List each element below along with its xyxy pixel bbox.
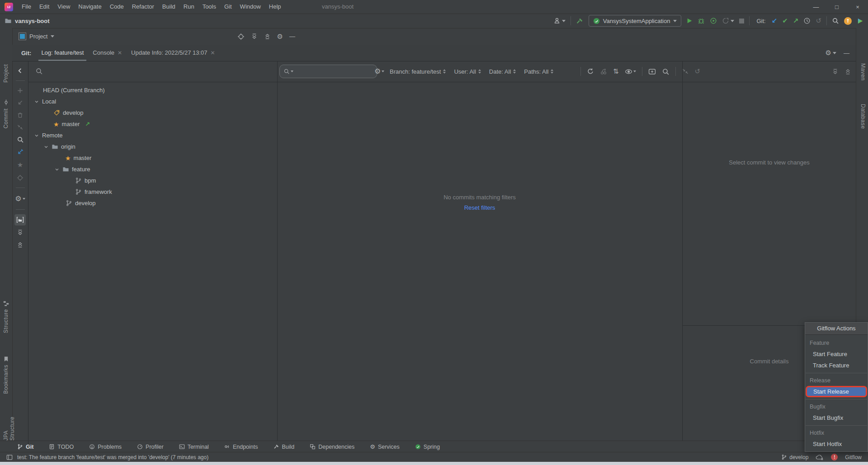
panel-divider[interactable] (277, 61, 278, 441)
expand-all-icon[interactable] (832, 68, 839, 75)
branch-settings-button[interactable]: ⚙ (15, 194, 25, 203)
project-name[interactable]: vansys-boot (15, 18, 50, 24)
close-tab-icon[interactable]: ✕ (118, 45, 122, 61)
show-branches-toggle[interactable] (14, 214, 26, 225)
menu-git[interactable]: Git (220, 0, 236, 14)
coverage-button[interactable] (722, 17, 734, 24)
stripe-bookmarks[interactable]: Bookmarks (3, 365, 9, 394)
menu-window[interactable]: Window (236, 0, 265, 14)
edit-navigate-icon[interactable] (17, 149, 24, 155)
panel-divider[interactable] (682, 61, 683, 441)
toolbtn-build[interactable]: Build (274, 444, 295, 450)
toolbtn-git[interactable]: Git (17, 444, 33, 450)
search-branch-icon[interactable] (17, 136, 24, 143)
menu-navigate[interactable]: Navigate (74, 0, 105, 14)
close-icon[interactable]: × (847, 0, 868, 14)
tree-row-local-develop[interactable]: develop (28, 107, 277, 118)
hide-panel-icon[interactable]: — (289, 33, 295, 40)
profile-button[interactable] (553, 17, 566, 24)
collapse-all-icon[interactable] (17, 241, 24, 248)
menu-file[interactable]: File (18, 0, 35, 14)
toolwindow-switcher-icon[interactable] (6, 454, 13, 460)
menu-edit[interactable]: Edit (35, 0, 53, 14)
toolbtn-spring[interactable]: Spring (415, 444, 440, 450)
history-clock-icon[interactable] (803, 17, 811, 24)
debug-icon[interactable] (698, 17, 705, 24)
stripe-maven[interactable]: Maven (860, 63, 866, 81)
match-case-settings-button[interactable]: ⚙ (374, 67, 384, 75)
current-branch-widget[interactable]: develop (781, 454, 808, 460)
stripe-structure[interactable]: Structure (3, 309, 9, 333)
hide-toolwindow-icon[interactable]: — (844, 50, 849, 56)
git-commit-icon[interactable]: ✔ (782, 18, 788, 24)
minimize-icon[interactable]: — (806, 0, 826, 14)
expand-all-icon[interactable] (17, 229, 24, 236)
go-to-hash-icon[interactable] (662, 68, 670, 75)
toolwindow-options-button[interactable]: ⚙ (826, 49, 836, 57)
log-filter-field[interactable] (279, 65, 377, 78)
collapse-all-icon[interactable] (844, 68, 851, 75)
toolbtn-services[interactable]: ⚙ Services (370, 443, 400, 450)
bookmarks-icon[interactable] (3, 356, 9, 362)
menu-item-start-feature[interactable]: Start Feature (805, 348, 868, 360)
toolbtn-todo[interactable]: TODO (49, 444, 74, 450)
toolbtn-problems[interactable]: Problems (89, 444, 122, 450)
menu-item-start-release[interactable]: Start Release (806, 386, 867, 397)
locate-file-icon[interactable] (237, 33, 245, 40)
tree-row-head[interactable]: HEAD (Current Branch) (28, 85, 277, 96)
gear-icon[interactable]: ⚙ (277, 33, 283, 41)
stripe-project[interactable]: Project (3, 64, 9, 83)
sort-icon[interactable]: ⇅ (613, 67, 619, 75)
cloud-sync-icon[interactable] (816, 454, 824, 460)
run-icon[interactable] (686, 18, 693, 24)
collapse-all-icon[interactable] (264, 33, 271, 40)
log-filter-input[interactable] (294, 68, 364, 75)
menu-item-track-feature[interactable]: Track Feature (805, 360, 868, 371)
tree-row-feature[interactable]: feature (28, 164, 277, 175)
refresh-icon[interactable] (587, 68, 594, 75)
toolbtn-endpoints[interactable]: Endpoints (224, 444, 258, 450)
commit-icon[interactable] (3, 99, 9, 105)
search-everywhere-icon[interactable] (832, 17, 839, 24)
tree-row-remote[interactable]: Remote (28, 130, 277, 141)
chevron-expanded-icon[interactable] (34, 99, 39, 104)
menu-view[interactable]: View (53, 0, 74, 14)
menu-tools[interactable]: Tools (198, 0, 220, 14)
menu-refactor[interactable]: Refactor (128, 0, 158, 14)
presentation-settings-button[interactable] (625, 68, 636, 75)
tab-console[interactable]: Console ✕ (88, 45, 127, 61)
run-config-selector[interactable]: VansysSystemApplication (589, 15, 682, 27)
toolbtn-profiler[interactable]: Profiler (137, 444, 164, 450)
filter-user[interactable]: User: All (454, 68, 481, 75)
tab-update-info[interactable]: Update Info: 2022/5/27 13:07 ✕ (127, 45, 219, 61)
menu-run[interactable]: Run (179, 0, 198, 14)
git-push-icon[interactable]: ↗ (793, 18, 799, 24)
profiler-icon[interactable] (710, 17, 717, 24)
menu-item-start-bugfix[interactable]: Start Bugfix (805, 412, 868, 423)
project-panel-title[interactable]: Project (29, 33, 47, 40)
tree-row-remote-develop[interactable]: develop (28, 197, 277, 209)
structure-icon[interactable] (3, 301, 9, 306)
tree-row-origin-master[interactable]: ★ master (28, 152, 277, 164)
new-log-tab-icon[interactable] (648, 68, 656, 75)
stripe-database[interactable]: Database (860, 104, 866, 129)
filter-branch[interactable]: Branch: feature/test (390, 68, 446, 75)
tree-row-framework[interactable]: framework (28, 186, 277, 197)
filter-date[interactable]: Date: All (489, 68, 516, 75)
gitflow-widget[interactable]: Gitflow (845, 454, 862, 460)
filter-paths[interactable]: Paths: All (524, 68, 553, 75)
tree-row-origin[interactable]: origin (28, 141, 277, 152)
tree-row-bpm[interactable]: bpm (28, 175, 277, 186)
toolbtn-dependencies[interactable]: Dependencies (310, 444, 354, 450)
expand-all-icon[interactable] (251, 33, 258, 40)
tab-log[interactable]: Log: feature/test (37, 45, 88, 61)
git-update-icon[interactable]: ↙ (772, 18, 778, 24)
status-message[interactable]: test: The feature branch 'feature/test' … (17, 454, 208, 460)
menu-help[interactable]: Help (265, 0, 285, 14)
reset-filters-link[interactable]: Reset filters (464, 204, 495, 211)
build-hammer-icon[interactable] (576, 17, 584, 25)
stripe-commit[interactable]: Commit (3, 108, 9, 128)
chevron-expanded-icon[interactable] (43, 144, 49, 150)
gradient-play-icon[interactable] (857, 18, 863, 24)
menu-code[interactable]: Code (106, 0, 128, 14)
